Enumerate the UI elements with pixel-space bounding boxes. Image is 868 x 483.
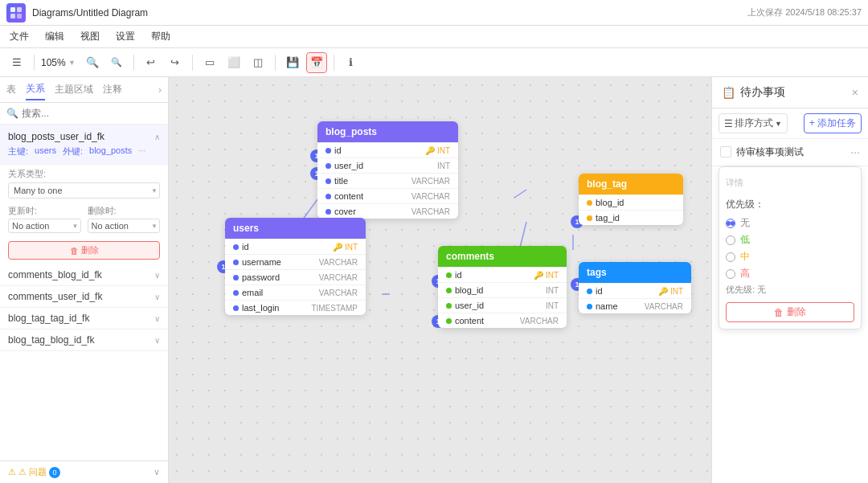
issues-bar[interactable]: ⚠ ⚠ 问题 0 ∨ bbox=[0, 460, 168, 483]
field-content: contentVARCHAR bbox=[438, 313, 567, 328]
field-cover: coverVARCHAR bbox=[317, 203, 458, 219]
relation-type-label: 关系类型: bbox=[8, 168, 160, 180]
todo-toolbar: ☰ 排序方式 ▼ + 添加任务 bbox=[712, 108, 868, 139]
menu-view[interactable]: 视图 bbox=[77, 28, 103, 45]
relation-type-select[interactable]: Many to one One to one One to many Many … bbox=[8, 182, 160, 199]
field-id: id🔑 INT bbox=[438, 267, 567, 282]
priority-low[interactable]: 低 bbox=[726, 233, 854, 247]
tabs-more-icon[interactable]: › bbox=[158, 84, 162, 96]
menu-settings[interactable]: 设置 bbox=[113, 28, 138, 45]
priority-section-label: 优先级： bbox=[726, 198, 854, 211]
svg-rect-2 bbox=[10, 14, 15, 18]
collapse-icon[interactable]: ∧ bbox=[154, 133, 160, 141]
toolbar: ☰ 105% ▼ 🔍 🔍 ↩ ↪ ▭ ⬜ ◫ 💾 📅 ℹ bbox=[0, 48, 868, 77]
more-icon[interactable]: ··· bbox=[138, 145, 145, 158]
relation-item-3[interactable]: comments_user_id_fk ∨ bbox=[0, 286, 168, 308]
layout-btn[interactable]: ☰ bbox=[6, 52, 27, 73]
menu-edit[interactable]: 编辑 bbox=[42, 28, 68, 45]
todo-item-text: 待审核事项测试 bbox=[736, 145, 845, 159]
todo-checkbox[interactable] bbox=[720, 146, 731, 158]
tab-relation[interactable]: 关系 bbox=[26, 79, 45, 100]
trash-icon: 🗑 bbox=[70, 246, 79, 256]
field-user-id: user_idINT bbox=[317, 158, 458, 173]
save-btn[interactable]: 💾 bbox=[282, 52, 303, 73]
relation-item-5[interactable]: blog_tag_blog_id_fk ∨ bbox=[0, 330, 168, 351]
calendar-btn[interactable]: 📅 bbox=[306, 52, 327, 73]
menu-file[interactable]: 文件 bbox=[6, 28, 32, 45]
field-user-id: user_idINT bbox=[438, 297, 567, 313]
search-input[interactable] bbox=[22, 108, 162, 119]
tags-header: tags bbox=[579, 262, 691, 283]
search-box: 🔍 bbox=[0, 103, 168, 125]
zoom-chevron: ▼ bbox=[68, 59, 76, 67]
field-last-login: last_loginTIMESTAMP bbox=[225, 300, 366, 315]
priority-none[interactable]: 无 bbox=[726, 216, 854, 230]
table-tags[interactable]: tags id🔑 INT nameVARCHAR bbox=[579, 262, 691, 313]
delete-relation-btn[interactable]: 🗑 删除 bbox=[8, 241, 160, 260]
menu-help[interactable]: 帮助 bbox=[148, 28, 174, 45]
add-task-btn[interactable]: + 添加任务 bbox=[804, 113, 862, 133]
priority-current-label: 优先级: 无 bbox=[726, 284, 854, 296]
field-id: id🔑 INT bbox=[317, 142, 458, 158]
detail-area[interactable]: 详情 bbox=[726, 174, 854, 198]
chevron-icon4: ∨ bbox=[154, 336, 160, 345]
relation-item-2[interactable]: comments_blog_id_fk ∨ bbox=[0, 264, 168, 286]
zoom-control: 105% ▼ bbox=[41, 57, 76, 68]
shape3-btn[interactable]: ◫ bbox=[248, 52, 268, 73]
shape1-btn[interactable]: ▭ bbox=[199, 52, 220, 73]
priority-low-label: 低 bbox=[740, 233, 750, 247]
redo-btn[interactable]: ↪ bbox=[165, 52, 186, 73]
chevron-icon3: ∨ bbox=[154, 314, 160, 323]
save-time: 上次保存 2024/5/18 08:25:37 bbox=[747, 6, 862, 18]
field-name: nameVARCHAR bbox=[579, 298, 691, 313]
priority-mid[interactable]: 中 bbox=[726, 250, 854, 264]
update-select[interactable]: No action Cascade Set null bbox=[8, 219, 81, 233]
main-area: 表 关系 主题区域 注释 › 🔍 blog_posts_user_id_fk ∧… bbox=[0, 77, 868, 483]
field-blog-id: blog_id bbox=[579, 194, 683, 210]
todo-item: 待审核事项测试 ··· bbox=[712, 139, 868, 166]
sort-btn[interactable]: ☰ 排序方式 ▼ bbox=[719, 113, 788, 133]
relation-type-select-wrap: Many to one One to one One to many Many … bbox=[8, 182, 160, 199]
delete-select[interactable]: No action Cascade Set null bbox=[88, 219, 161, 233]
relation-active-item[interactable]: blog_posts_user_id_fk ∧ 主键: users 外键: bl… bbox=[0, 125, 168, 165]
tab-table[interactable]: 表 bbox=[6, 80, 16, 100]
chevron-icon2: ∨ bbox=[154, 293, 160, 301]
table-comments[interactable]: comments id🔑 INT blog_idINT user_idINT c… bbox=[438, 246, 567, 328]
zoom-value: 105% bbox=[41, 57, 67, 68]
update-label: 更新时: bbox=[8, 205, 81, 217]
radio-high bbox=[726, 269, 735, 279]
sep5 bbox=[334, 55, 334, 71]
svg-rect-3 bbox=[17, 14, 22, 18]
delete-task-btn[interactable]: 🗑 删除 bbox=[726, 302, 854, 322]
sep4 bbox=[275, 55, 276, 71]
info-btn[interactable]: ℹ bbox=[341, 52, 362, 73]
zoom-in-btn[interactable]: 🔍 bbox=[106, 52, 127, 73]
update-section: 更新时: No action Cascade Set null bbox=[8, 205, 81, 233]
close-todo-btn[interactable]: × bbox=[852, 86, 858, 99]
shape2-btn[interactable]: ⬜ bbox=[223, 52, 244, 73]
delete-section: 删除时: No action Cascade Set null bbox=[88, 205, 161, 233]
tab-theme[interactable]: 主题区域 bbox=[55, 80, 93, 100]
priority-mid-label: 中 bbox=[740, 250, 750, 264]
todo-more-btn[interactable]: ··· bbox=[850, 145, 860, 158]
tab-note[interactable]: 注释 bbox=[103, 80, 122, 100]
relation-item-4[interactable]: blog_tag_tag_id_fk ∨ bbox=[0, 308, 168, 330]
window-title: Diagrams/Untitled Diagram bbox=[32, 7, 148, 18]
svg-line-5 bbox=[514, 190, 526, 198]
todo-panel-icon: 📋 bbox=[722, 86, 735, 99]
undo-btn[interactable]: ↩ bbox=[141, 52, 162, 73]
issues-chevron[interactable]: ∨ bbox=[154, 467, 160, 477]
priority-high[interactable]: 高 bbox=[726, 267, 854, 280]
table-blog-tag[interactable]: blog_tag blog_id tag_id bbox=[579, 174, 683, 225]
search-icon: 🔍 bbox=[6, 108, 18, 119]
radio-low bbox=[726, 235, 735, 245]
sep2 bbox=[133, 55, 134, 71]
delete-select-wrap: No action Cascade Set null bbox=[88, 219, 161, 233]
action-row: 更新时: No action Cascade Set null 删除时: No … bbox=[0, 202, 168, 236]
table-users[interactable]: users id🔑 INT usernameVARCHAR passwordVA… bbox=[225, 218, 366, 315]
todo-title: 待办事项 bbox=[740, 85, 847, 100]
table-blog-posts[interactable]: blog_posts id🔑 INT user_idINT titleVARCH… bbox=[317, 121, 458, 219]
app-icon bbox=[6, 3, 26, 23]
zoom-out-btn[interactable]: 🔍 bbox=[82, 52, 103, 73]
users-header: users bbox=[225, 218, 366, 239]
